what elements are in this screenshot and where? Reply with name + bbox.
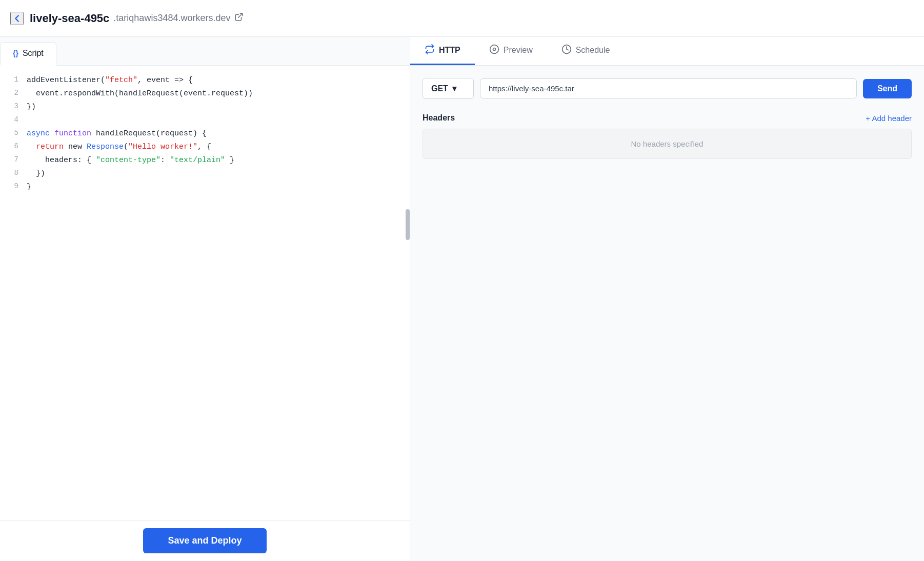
bottom-bar: Save and Deploy bbox=[0, 520, 410, 561]
back-button[interactable] bbox=[10, 12, 24, 25]
editor-panel: {} Script 1 addEventListener("fetch", ev… bbox=[0, 37, 410, 561]
code-line: 4 bbox=[0, 114, 410, 127]
add-header-button[interactable]: + Add header bbox=[866, 114, 912, 123]
url-row: GET ▾ Send bbox=[423, 78, 912, 99]
code-line: 9 } bbox=[0, 181, 410, 194]
no-headers-placeholder: No headers specified bbox=[423, 129, 912, 159]
code-line: 8 }) bbox=[0, 167, 410, 181]
tab-schedule[interactable]: Schedule bbox=[547, 37, 625, 65]
main-content: {} Script 1 addEventListener("fetch", ev… bbox=[0, 37, 924, 561]
svg-line-0 bbox=[238, 13, 243, 17]
method-select[interactable]: GET ▾ bbox=[423, 78, 474, 99]
app-title: lively-sea-495c bbox=[30, 12, 109, 25]
svg-point-1 bbox=[490, 45, 498, 54]
editor-tabs: {} Script bbox=[0, 37, 410, 66]
method-value: GET bbox=[431, 84, 448, 93]
code-line: 2 event.respondWith(handleRequest(event.… bbox=[0, 87, 410, 101]
code-line: 1 addEventListener("fetch", event => { bbox=[0, 74, 410, 87]
tab-http[interactable]: HTTP bbox=[410, 37, 475, 65]
code-line: 7 headers: { "content-type": "text/plain… bbox=[0, 154, 410, 167]
send-button[interactable]: Send bbox=[863, 79, 912, 98]
code-line: 3 }) bbox=[0, 101, 410, 114]
code-line: 6 return new Response("Hello worker!", { bbox=[0, 141, 410, 154]
script-icon: {} bbox=[13, 49, 18, 57]
app-domain: .tariqhawis3484.workers.dev bbox=[113, 13, 230, 24]
code-line: 5 async function handleRequest(request) … bbox=[0, 127, 410, 141]
save-deploy-button[interactable]: Save and Deploy bbox=[143, 528, 266, 553]
tab-preview[interactable]: Preview bbox=[475, 37, 547, 65]
tab-preview-label: Preview bbox=[504, 46, 533, 55]
http-content: GET ▾ Send Headers + Add header No heade… bbox=[410, 66, 924, 561]
dropdown-arrow-icon: ▾ bbox=[452, 84, 456, 93]
svg-point-2 bbox=[493, 48, 495, 51]
headers-header: Headers + Add header bbox=[423, 113, 912, 123]
external-link-icon[interactable] bbox=[234, 12, 244, 24]
tab-script-label: Script bbox=[23, 49, 44, 58]
schedule-icon bbox=[561, 44, 572, 56]
top-bar: lively-sea-495c .tariqhawis3484.workers.… bbox=[0, 0, 924, 37]
tab-script[interactable]: {} Script bbox=[0, 42, 56, 66]
http-tabs: HTTP Preview Schedule bbox=[410, 37, 924, 66]
url-input[interactable] bbox=[480, 78, 857, 98]
code-editor[interactable]: 1 addEventListener("fetch", event => { 2… bbox=[0, 66, 410, 520]
http-icon bbox=[425, 44, 435, 56]
headers-section: Headers + Add header No headers specifie… bbox=[423, 113, 912, 159]
http-panel: HTTP Preview Schedule bbox=[410, 37, 924, 561]
tab-schedule-label: Schedule bbox=[576, 46, 610, 55]
preview-icon bbox=[489, 44, 499, 56]
headers-title: Headers bbox=[423, 113, 455, 123]
editor-scrollbar[interactable] bbox=[406, 209, 410, 240]
tab-http-label: HTTP bbox=[439, 46, 460, 55]
